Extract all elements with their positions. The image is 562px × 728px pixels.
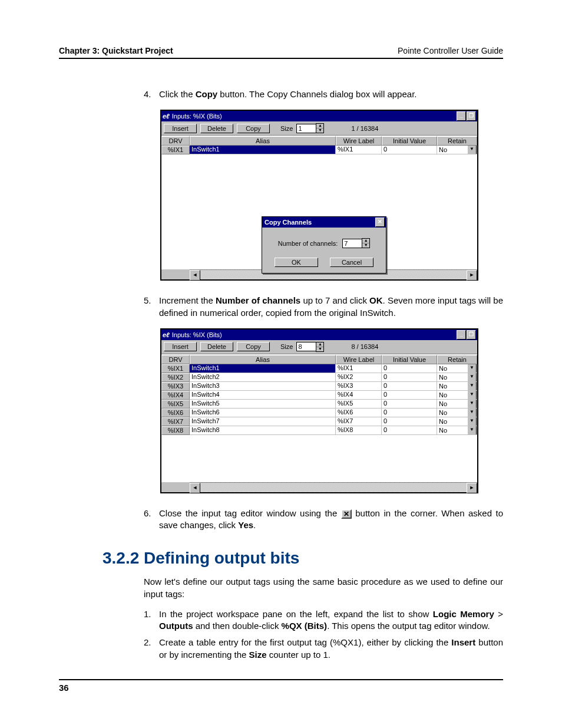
guide-title: Pointe Controller User Guide	[398, 46, 503, 55]
alias-cell[interactable]: InSwitch4	[190, 391, 336, 400]
wire-cell[interactable]: %IX6	[336, 409, 382, 417]
retain-cell[interactable]: No▼	[437, 373, 477, 382]
retain-cell[interactable]: No▼	[437, 364, 477, 373]
app-icon: eℓ	[163, 331, 170, 338]
ok-button[interactable]: OK	[275, 258, 318, 267]
delete-button[interactable]: Delete	[200, 342, 233, 351]
channels-input[interactable]	[342, 239, 362, 248]
row-header[interactable]: %IX1	[161, 146, 190, 154]
row-header[interactable]: %IX5	[161, 400, 190, 409]
alias-cell[interactable]: InSwitch3	[190, 382, 336, 391]
table-row[interactable]: %IX8InSwitch8%IX80No▼	[161, 426, 477, 435]
wire-cell[interactable]: %IX3	[336, 382, 382, 391]
alias-cell[interactable]: InSwitch8	[190, 426, 336, 435]
init-cell[interactable]: 0	[382, 417, 437, 426]
step-text: counter up to 1.	[267, 650, 330, 660]
wire-cell[interactable]: %IX8	[336, 426, 382, 435]
delete-button[interactable]: Delete	[200, 124, 233, 133]
dropdown-icon[interactable]: ▼	[467, 364, 477, 373]
row-header[interactable]: %IX6	[161, 409, 190, 417]
wire-cell[interactable]: %IX5	[336, 400, 382, 409]
wire-cell[interactable]: %IX7	[336, 417, 382, 426]
table-row[interactable]: %IX1InSwitch1%IX10No▼	[161, 364, 477, 373]
table-row[interactable]: %IX2InSwitch2%IX20No▼	[161, 373, 477, 382]
cancel-button[interactable]: Cancel	[330, 258, 373, 267]
retain-cell[interactable]: No▼	[437, 382, 477, 391]
alias-cell[interactable]: InSwitch1	[190, 146, 336, 154]
h-scrollbar[interactable]: ◄ ►	[190, 482, 477, 492]
close-icon[interactable]: ✕	[375, 218, 385, 227]
alias-cell[interactable]: InSwitch1	[190, 364, 336, 373]
minimize-icon[interactable]: _	[457, 330, 466, 340]
row-header[interactable]: %IX3	[161, 382, 190, 391]
dropdown-icon[interactable]: ▼	[467, 409, 477, 417]
table-row[interactable]: %IX3InSwitch3%IX30No▼	[161, 382, 477, 391]
alias-cell[interactable]: InSwitch2	[190, 373, 336, 382]
alias-cell[interactable]: InSwitch7	[190, 417, 336, 426]
insert-button[interactable]: Insert	[164, 124, 197, 133]
dropdown-icon[interactable]: ▼	[467, 417, 477, 426]
section-heading: 3.2.2 Defining output bits	[103, 549, 503, 568]
table-row[interactable]: %IX4InSwitch4%IX40No▼	[161, 391, 477, 400]
retain-cell[interactable]: No▼	[437, 400, 477, 409]
table-row[interactable]: %IX1 InSwitch1 %IX1 0 No ▼	[161, 146, 477, 154]
init-cell[interactable]: 0	[382, 400, 437, 409]
table-row[interactable]: %IX7InSwitch7%IX70No▼	[161, 417, 477, 426]
retain-cell[interactable]: No▼	[437, 409, 477, 417]
output-step-1: 1. In the project workspace pane on the …	[144, 608, 503, 633]
copy-button[interactable]: Copy	[237, 342, 270, 351]
insert-button[interactable]: Insert	[164, 342, 197, 351]
copy-button[interactable]: Copy	[237, 124, 270, 133]
channels-spinner[interactable]: ▲ ▼	[342, 238, 370, 248]
init-cell[interactable]: 0	[382, 426, 437, 435]
minimize-icon[interactable]: _	[457, 111, 466, 121]
row-header[interactable]: %IX7	[161, 417, 190, 426]
init-cell[interactable]: 0	[382, 409, 437, 417]
dropdown-icon[interactable]: ▼	[467, 382, 477, 391]
scroll-left-icon[interactable]: ◄	[190, 270, 200, 281]
row-header[interactable]: %IX8	[161, 426, 190, 435]
table-row[interactable]: %IX5InSwitch5%IX50No▼	[161, 400, 477, 409]
retain-cell[interactable]: No▼	[437, 391, 477, 400]
retain-cell[interactable]: No▼	[437, 417, 477, 426]
retain-cell[interactable]: No ▼	[437, 146, 477, 154]
step-4: 4. Click the Copy button. The Copy Chann…	[144, 88, 503, 100]
wire-cell[interactable]: %IX1	[336, 364, 382, 373]
dropdown-icon[interactable]: ▼	[467, 426, 477, 435]
dropdown-icon[interactable]: ▼	[467, 400, 477, 409]
scroll-track[interactable]	[200, 483, 467, 492]
init-cell[interactable]: 0	[382, 364, 437, 373]
alias-cell[interactable]: InSwitch6	[190, 409, 336, 417]
wire-cell[interactable]: %IX1	[336, 146, 382, 154]
size-input[interactable]	[296, 342, 316, 351]
init-cell[interactable]: 0	[382, 382, 437, 391]
scroll-right-icon[interactable]: ►	[467, 270, 477, 281]
dropdown-icon[interactable]: ▼	[467, 146, 477, 154]
table-row[interactable]: %IX6InSwitch6%IX60No▼	[161, 409, 477, 417]
grid-body: %IX1InSwitch1%IX10No▼%IX2InSwitch2%IX20N…	[161, 364, 477, 482]
size-spinner[interactable]: ▲ ▼	[296, 123, 324, 133]
alias-cell[interactable]: InSwitch5	[190, 400, 336, 409]
size-spinner[interactable]: ▲ ▼	[296, 342, 324, 352]
spin-down-icon[interactable]: ▼	[316, 129, 323, 133]
row-header[interactable]: %IX2	[161, 373, 190, 382]
retain-cell[interactable]: No▼	[437, 426, 477, 435]
init-cell[interactable]: 0	[382, 391, 437, 400]
maximize-icon[interactable]: ❐	[467, 111, 476, 121]
wire-cell[interactable]: %IX2	[336, 373, 382, 382]
scroll-right-icon[interactable]: ►	[467, 483, 477, 493]
row-header[interactable]: %IX1	[161, 364, 190, 373]
init-cell[interactable]: 0	[382, 146, 437, 154]
row-header[interactable]: %IX4	[161, 391, 190, 400]
spin-down-icon[interactable]: ▼	[316, 347, 323, 351]
dropdown-icon[interactable]: ▼	[467, 373, 477, 382]
step-number: 4.	[144, 88, 159, 100]
spin-down-icon[interactable]: ▼	[362, 243, 369, 248]
size-input[interactable]	[296, 124, 316, 133]
dropdown-icon[interactable]: ▼	[467, 391, 477, 400]
wire-cell[interactable]: %IX4	[336, 391, 382, 400]
init-cell[interactable]: 0	[382, 373, 437, 382]
scroll-left-icon[interactable]: ◄	[190, 483, 200, 493]
maximize-icon[interactable]: ❐	[467, 330, 476, 340]
chapter-title: Chapter 3: Quickstart Project	[59, 46, 173, 55]
